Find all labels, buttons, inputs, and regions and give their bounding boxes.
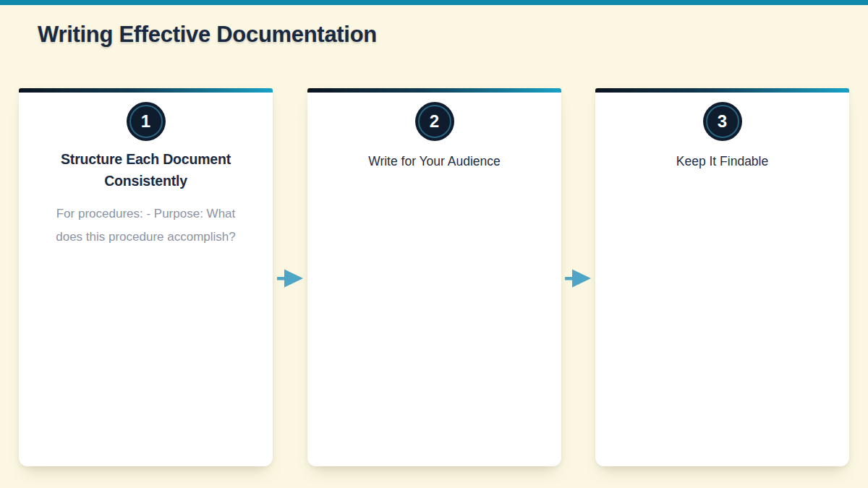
step-title: Keep It Findable [616,152,829,171]
card-accent-bar [307,88,561,93]
card-accent-bar [19,88,273,93]
step-title: Structure Each Document Consistently [36,148,255,192]
step-card-2: 2 Write for Your Audience [307,88,561,466]
right-arrow-icon [277,268,303,288]
step-number: 2 [430,111,439,132]
step-number-badge: 3 [703,102,742,141]
step-card-3: 3 Keep It Findable [595,88,849,466]
step-number: 1 [141,111,150,132]
card-accent-bar [595,88,849,93]
step-title: Write for Your Audience [328,152,541,171]
step-number-badge: 2 [415,102,454,141]
step-number: 3 [718,111,727,132]
top-accent-bar [0,0,868,5]
step-number-badge: 1 [127,102,166,141]
page-title: Writing Effective Documentation [38,22,377,48]
step-description: For procedures: - Purpose: What does thi… [51,202,241,249]
slide-canvas: { "page": { "title": "Writing Effective … [0,0,868,488]
step-card-1: 1 Structure Each Document Consistently F… [19,88,273,466]
right-arrow-icon [565,268,591,288]
